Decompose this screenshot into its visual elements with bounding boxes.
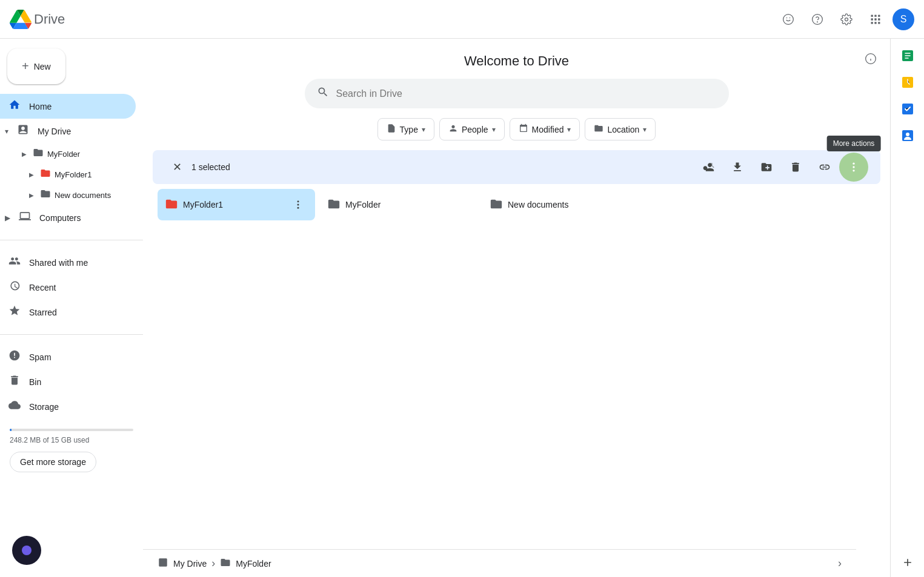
account-avatar[interactable]: S xyxy=(892,8,914,30)
folder-icon-new-documents xyxy=(40,188,51,202)
apps-button[interactable] xyxy=(863,7,888,31)
deselect-button[interactable]: ✕ xyxy=(167,157,187,177)
copy-link-button[interactable] xyxy=(813,155,837,179)
filter-people[interactable]: People ▾ xyxy=(439,118,505,140)
sidebar-item-home[interactable]: Home xyxy=(0,94,136,119)
recording-indicator xyxy=(12,536,41,565)
storage-section: 248.2 MB of 15 GB used Get more storage xyxy=(0,419,143,477)
chevron-down-icon-people: ▾ xyxy=(492,125,496,134)
filter-location[interactable]: Location ▾ xyxy=(585,118,656,140)
folder-color-icon-myfolder xyxy=(327,197,341,213)
folder-icon-myfolder xyxy=(33,147,44,160)
contacts-button[interactable] xyxy=(896,124,920,148)
download-button[interactable] xyxy=(725,155,750,179)
chevron-down-icon-modified: ▾ xyxy=(567,125,571,134)
storage-icon xyxy=(7,399,22,414)
svg-rect-10 xyxy=(874,18,876,20)
breadcrumb-item-mydrive[interactable]: My Drive xyxy=(173,559,207,569)
sidebar-item-my-drive[interactable]: ▾ My Drive xyxy=(0,119,136,143)
storage-bar xyxy=(10,429,133,431)
file-item-new-documents[interactable]: New documents xyxy=(482,189,652,220)
share-button[interactable] xyxy=(696,155,720,179)
keep-button[interactable] xyxy=(896,70,920,94)
get-storage-button[interactable]: Get more storage xyxy=(10,452,96,472)
page-title: Welcome to Drive xyxy=(464,53,569,69)
tree-item-myfolder1[interactable]: ▶ MyFolder1 xyxy=(0,164,143,185)
files-row: MyFolder1 MyFolder xyxy=(158,189,876,220)
modified-icon xyxy=(519,124,528,135)
home-icon xyxy=(7,99,22,114)
tree-item-new-documents[interactable]: ▶ New documents xyxy=(0,185,143,205)
computers-icon xyxy=(18,210,32,225)
svg-point-21 xyxy=(297,200,299,202)
file-item-myfolder[interactable]: MyFolder xyxy=(320,189,477,220)
storage-text: 248.2 MB of 15 GB used xyxy=(10,436,133,444)
svg-rect-11 xyxy=(878,18,880,20)
people-icon xyxy=(448,124,458,135)
svg-point-23 xyxy=(297,207,299,209)
breadcrumb-expand-button[interactable]: › xyxy=(838,557,842,570)
sidebar: + New Home ▾ My Drive ▶ MyFolder xyxy=(0,39,143,577)
svg-point-2 xyxy=(789,17,791,18)
welcome-area: Welcome to Drive xyxy=(143,39,890,79)
file-more-button-myfolder1[interactable] xyxy=(288,195,308,214)
help-button[interactable] xyxy=(805,7,829,31)
delete-button[interactable] xyxy=(783,155,808,179)
sidebar-item-starred[interactable]: Starred xyxy=(0,300,136,325)
new-button[interactable]: + New xyxy=(7,48,65,84)
svg-point-18 xyxy=(853,163,854,165)
svg-rect-14 xyxy=(878,22,880,24)
filter-modified[interactable]: Modified ▾ xyxy=(510,118,580,140)
breadcrumb-item-myfolder[interactable]: MyFolder xyxy=(236,559,271,569)
more-actions-button[interactable] xyxy=(842,155,866,179)
header-icons: S xyxy=(776,7,914,31)
sidebar-item-bin[interactable]: Bin xyxy=(0,369,136,394)
shared-icon xyxy=(7,255,22,270)
starred-icon xyxy=(7,305,22,320)
file-name-new-documents: New documents xyxy=(508,200,620,209)
svg-point-27 xyxy=(634,200,636,202)
sidebar-item-storage[interactable]: Storage xyxy=(0,394,136,419)
location-icon xyxy=(594,124,603,135)
drive-logo-icon xyxy=(10,8,32,30)
search-input[interactable] xyxy=(336,88,717,99)
svg-point-34 xyxy=(906,133,909,136)
cursor-highlight xyxy=(839,153,868,182)
folder-color-icon-new-docs xyxy=(490,197,503,213)
add-panel-button[interactable] xyxy=(898,553,917,572)
sidebar-item-computers[interactable]: ▶ Computers xyxy=(0,205,136,230)
recent-icon xyxy=(7,280,22,295)
sidebar-item-shared[interactable]: Shared with me xyxy=(0,250,136,275)
move-button[interactable] xyxy=(754,155,779,179)
sidebar-item-recent[interactable]: Recent xyxy=(0,275,136,300)
svg-rect-8 xyxy=(878,15,880,16)
info-button[interactable] xyxy=(861,49,880,68)
emoji-button[interactable] xyxy=(776,7,800,31)
tasks-button[interactable] xyxy=(896,97,920,121)
chevron-icon-1: ▶ xyxy=(29,171,36,178)
my-drive-chevron: ▾ xyxy=(5,127,8,136)
search-icon xyxy=(317,86,329,101)
my-drive-icon xyxy=(16,124,30,139)
tree-item-myfolder[interactable]: ▶ MyFolder xyxy=(0,143,143,164)
right-panel xyxy=(890,39,924,577)
filter-type[interactable]: Type ▾ xyxy=(377,118,434,140)
filter-bar: Type ▾ People ▾ Modified ▾ xyxy=(143,118,890,150)
svg-rect-12 xyxy=(871,22,873,24)
sheets-button[interactable] xyxy=(896,44,920,68)
file-name-myfolder: MyFolder xyxy=(345,200,446,209)
bin-icon xyxy=(7,374,22,389)
breadcrumb-myfolder-icon xyxy=(220,557,231,570)
sidebar-item-spam[interactable]: Spam xyxy=(0,345,136,369)
svg-point-19 xyxy=(853,166,854,168)
settings-button[interactable] xyxy=(834,7,859,31)
svg-point-22 xyxy=(297,204,299,206)
type-icon xyxy=(387,124,396,135)
logo-area: Drive xyxy=(10,8,143,30)
svg-point-20 xyxy=(853,170,854,171)
breadcrumb: My Drive › MyFolder › xyxy=(143,549,856,577)
file-item-myfolder1[interactable]: MyFolder1 xyxy=(158,189,315,220)
svg-rect-7 xyxy=(874,15,876,16)
more-actions-wrapper: More actions xyxy=(842,155,866,179)
chevron-icon-2: ▶ xyxy=(29,192,36,199)
